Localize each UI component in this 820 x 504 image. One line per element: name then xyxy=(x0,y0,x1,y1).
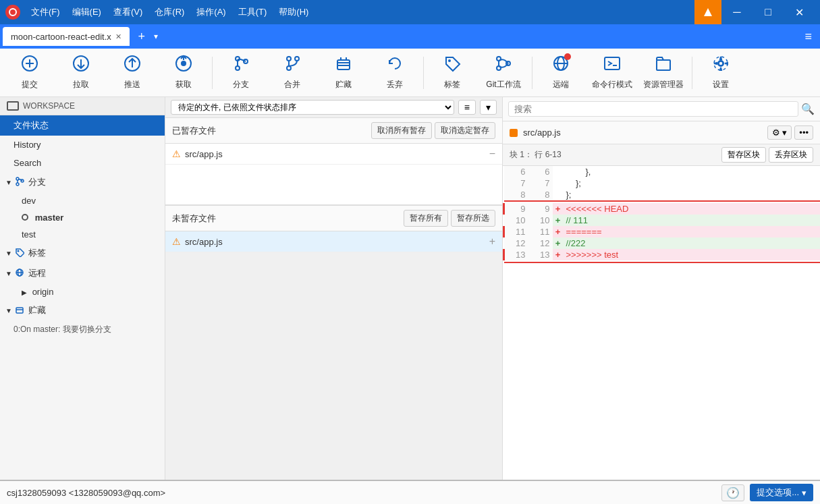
new-tab-button[interactable]: + xyxy=(132,27,151,46)
cancel-all-stash-button[interactable]: 取消所有暂存 xyxy=(371,122,432,139)
menu-help[interactable]: 帮助(H) xyxy=(273,5,314,20)
tab-close-icon[interactable]: ✕ xyxy=(115,32,121,41)
tags-group-header[interactable]: ▼ 标签 xyxy=(0,243,165,263)
stash-item-0[interactable]: 0:On master: 我要切换分支 xyxy=(0,320,165,339)
sidebar-branch-test[interactable]: test xyxy=(0,226,165,243)
search-label: Search xyxy=(13,158,41,168)
line-num-new: 11 xyxy=(528,226,553,237)
line-code: //222 xyxy=(564,237,821,249)
branch-button[interactable]: 分支 xyxy=(217,51,265,94)
unstaged-section: 未暂存文件 暂存所有 暂存所选 ⚠ src/app.js + xyxy=(165,204,502,252)
menu-repo[interactable]: 仓库(R) xyxy=(149,5,190,20)
push-button[interactable]: 推送 xyxy=(108,51,157,94)
stash-all-button[interactable]: 暂存所有 xyxy=(404,210,448,227)
dev-label: dev xyxy=(22,196,36,206)
diff-line-8: 13 13 + >>>>>>> test xyxy=(504,249,821,260)
discard-block-button[interactable]: 丢弃区块 xyxy=(769,147,813,163)
diff-line-4: 9 9 + <<<<<<< HEAD xyxy=(504,203,821,215)
svg-rect-46 xyxy=(16,308,23,313)
menu-tools[interactable]: 工具(T) xyxy=(233,5,273,20)
commit-options-button[interactable]: 提交选项... ▾ xyxy=(750,484,813,501)
right-panel: 🔍 src/app.js ⚙ ▾ ••• 块 1： 行 6-13 暂存区块 丢弃… xyxy=(503,97,820,480)
minimize-button[interactable]: ─ xyxy=(721,0,753,24)
diff-more-button[interactable]: ••• xyxy=(794,125,813,140)
line-code: >>>>>>> test xyxy=(564,249,821,260)
file-sort-select[interactable]: 待定的文件, 已依照文件状态排序 xyxy=(171,100,454,115)
line-sign xyxy=(553,177,564,189)
commit-dropdown-icon: ▾ xyxy=(802,488,807,498)
remote-icon xyxy=(552,55,570,76)
fetch-button[interactable]: 获取 xyxy=(159,51,208,94)
window-controls: ─ □ ✕ xyxy=(721,0,815,24)
filter-row: 待定的文件, 已依照文件状态排序 ≡ ▾ xyxy=(165,97,502,118)
line-code: ======= xyxy=(564,226,821,237)
unstaged-file-add-icon[interactable]: + xyxy=(489,235,495,248)
explorer-button[interactable]: 资源管理器 xyxy=(639,51,688,94)
search-input[interactable] xyxy=(508,101,798,117)
line-num-old: 11 xyxy=(504,226,528,237)
remote-group-header[interactable]: ▼ 远程 xyxy=(0,263,165,283)
line-sign xyxy=(553,166,564,177)
close-button[interactable]: ✕ xyxy=(784,0,815,24)
tag-button[interactable]: 标签 xyxy=(428,51,476,94)
hunk-header: 块 1： 行 6-13 暂存区块 丢弃区块 xyxy=(503,144,820,166)
sidebar-item-file-status[interactable]: 文件状态 xyxy=(0,115,165,136)
sidebar-item-history[interactable]: History xyxy=(0,136,165,154)
stash-group-header[interactable]: ▼ 贮藏 xyxy=(0,300,165,320)
branches-chevron-icon: ▼ xyxy=(5,179,12,186)
terminal-button[interactable]: 命令行模式 xyxy=(588,51,636,94)
sidebar-branch-dev[interactable]: dev xyxy=(0,192,165,209)
clock-button[interactable]: 🕐 xyxy=(721,484,744,501)
toolbar-separator-4 xyxy=(692,57,692,89)
stash-block-button[interactable]: 暂存区块 xyxy=(721,147,766,163)
staged-file-item[interactable]: ⚠ src/app.js − xyxy=(165,144,502,165)
line-sign: + xyxy=(553,237,564,249)
filter-dropdown-button[interactable]: ▾ xyxy=(480,100,497,115)
fetch-icon xyxy=(175,55,192,76)
line-sign: + xyxy=(553,215,564,226)
line-num-old: 9 xyxy=(504,203,528,215)
pull-label: 拉取 xyxy=(73,79,89,90)
menu-actions[interactable]: 操作(A) xyxy=(191,5,231,20)
menu-file[interactable]: 文件(F) xyxy=(26,5,65,20)
tab-dropdown-button[interactable]: ▾ xyxy=(151,29,161,44)
stash-button[interactable]: 贮藏 xyxy=(319,51,368,94)
pull-button[interactable]: 拉取 xyxy=(57,51,105,94)
svg-rect-34 xyxy=(657,60,670,70)
cancel-selected-stash-button[interactable]: 取消选定暂存 xyxy=(435,122,495,139)
gitflow-button[interactable]: Git工作流 xyxy=(479,51,528,94)
line-num-old: 10 xyxy=(504,215,528,226)
merge-button[interactable]: 合并 xyxy=(268,51,317,94)
commit-button[interactable]: 提交 xyxy=(5,51,54,94)
active-tab[interactable]: moon-cartoon-react-edit.x ✕ xyxy=(3,27,130,46)
diff-line-7: 12 12 + //222 xyxy=(504,237,821,249)
svg-point-24 xyxy=(448,59,451,62)
line-sign: + xyxy=(553,203,564,215)
maximize-button[interactable]: □ xyxy=(753,0,784,24)
remote-button[interactable]: 远端 xyxy=(537,51,585,94)
gitflow-label: Git工作流 xyxy=(486,79,520,90)
terminal-icon xyxy=(603,55,621,76)
discard-button[interactable]: 丢弃 xyxy=(371,51,419,94)
line-num-old: 8 xyxy=(504,189,528,201)
hamburger-menu-button[interactable]: ≡ xyxy=(799,27,817,47)
menu-view[interactable]: 查看(V) xyxy=(108,5,148,20)
toolbar-separator-2 xyxy=(423,57,424,89)
staged-file-remove-icon[interactable]: − xyxy=(489,148,495,160)
settings-button[interactable]: 设置 xyxy=(696,51,745,94)
diff-settings-button[interactable]: ⚙ ▾ xyxy=(767,125,792,140)
filter-icon-button[interactable]: ≡ xyxy=(458,100,476,115)
menu-edit[interactable]: 编辑(E) xyxy=(67,5,107,20)
sidebar-remote-origin[interactable]: ▶ origin xyxy=(0,283,165,300)
notification-button[interactable] xyxy=(694,0,721,24)
search-area: 🔍 xyxy=(503,97,820,121)
svg-point-17 xyxy=(287,66,291,70)
tags-chevron-icon: ▼ xyxy=(5,250,12,257)
stash-selected-button[interactable]: 暂存所选 xyxy=(451,210,495,227)
stash-label: 贮藏 xyxy=(335,79,352,90)
branches-group-header[interactable]: ▼ 分支 xyxy=(0,172,165,192)
branches-icon xyxy=(15,177,24,188)
sidebar-item-search[interactable]: Search xyxy=(0,154,165,172)
unstaged-file-item[interactable]: ⚠ src/app.js + xyxy=(165,231,502,252)
sidebar-branch-master[interactable]: master xyxy=(0,209,165,226)
